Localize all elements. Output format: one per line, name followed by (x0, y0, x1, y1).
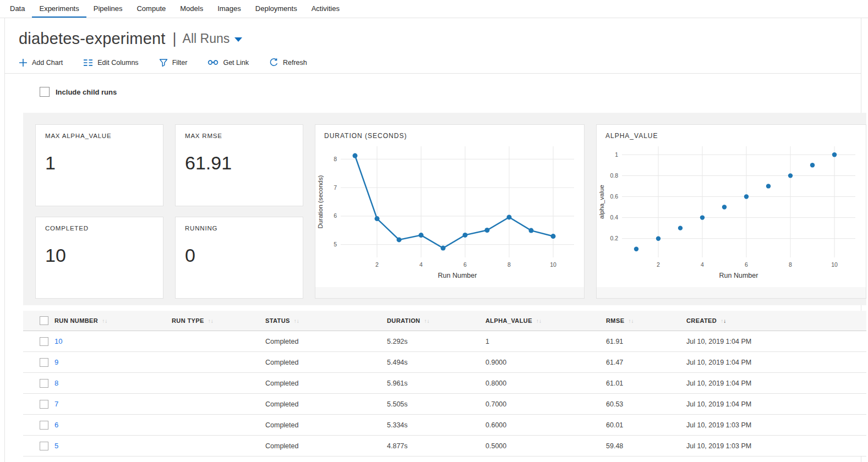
runs-table-header: RUN NUMBER↑↓RUN TYPE↑↓STATUS↑↓DURATION↑↓… (23, 311, 866, 331)
x-tick-label: 2 (657, 261, 660, 268)
data-point[interactable] (529, 228, 534, 233)
nav-item-deployments[interactable]: Deployments (248, 0, 304, 18)
nav-item-pipelines[interactable]: Pipelines (86, 0, 130, 18)
x-tick-label: 10 (550, 261, 556, 268)
cell-alpha_value: 0.9000 (485, 359, 606, 366)
sort-desc-icon: ↓ (105, 318, 107, 324)
data-point[interactable] (419, 233, 424, 238)
filter-icon (159, 58, 168, 67)
cell-created: Jul 10, 2019 1:04 PM (686, 359, 866, 366)
data-point[interactable] (656, 236, 660, 240)
data-point[interactable] (766, 184, 771, 188)
metric-value: 10 (45, 245, 154, 266)
data-point[interactable] (397, 237, 402, 242)
cell-run_number: 10 (54, 337, 172, 345)
nav-item-activities[interactable]: Activities (304, 0, 347, 18)
run-number-link[interactable]: 9 (54, 358, 58, 366)
cell-status: Completed (265, 359, 387, 366)
column-label: ALPHA_VALUE (485, 317, 532, 324)
refresh-button[interactable]: Refresh (269, 58, 307, 67)
dashboard-panel: MAX ALPHA_VALUE 1 MAX RMSE 61.91 DURATIO… (23, 113, 866, 305)
title-row: diabetes-experiment | All Runs (19, 28, 861, 50)
y-tick-label: 1 (615, 151, 618, 158)
metric-label: MAX ALPHA_VALUE (45, 133, 154, 139)
runs-table: RUN NUMBER↑↓RUN TYPE↑↓STATUS↑↓DURATION↑↓… (23, 311, 866, 457)
cell-created: Jul 10, 2019 1:03 PM (686, 421, 866, 429)
data-point[interactable] (744, 194, 749, 199)
page-container: diabetes-experiment | All Runs Add Chart… (4, 18, 861, 462)
run-number-link[interactable]: 5 (54, 442, 58, 450)
data-point[interactable] (722, 205, 727, 209)
sort-desc-icon: ↓ (427, 318, 429, 324)
nav-item-models[interactable]: Models (173, 0, 210, 18)
data-point[interactable] (832, 152, 837, 157)
run-number-link[interactable]: 8 (54, 379, 58, 387)
column-header-duration[interactable]: DURATION↑↓ (387, 317, 485, 324)
filter-button[interactable]: Filter (159, 58, 188, 67)
sort-desc-icon: ↓ (211, 318, 214, 324)
y-tick-label: 0.4 (610, 214, 618, 221)
column-header-created[interactable]: CREATED↑↓ (686, 317, 866, 324)
cell-rmse: 61.91 (606, 338, 686, 345)
edit-columns-button[interactable]: Edit Columns (83, 58, 138, 67)
x-tick-label: 4 (419, 261, 423, 268)
run-number-link[interactable]: 10 (54, 337, 62, 345)
data-point[interactable] (507, 215, 512, 219)
data-point[interactable] (353, 153, 358, 158)
column-header-run_number[interactable]: RUN NUMBER↑↓ (54, 317, 172, 324)
add-chart-button[interactable]: Add Chart (19, 58, 63, 67)
cell-alpha_value: 0.6000 (485, 421, 606, 429)
row-select-checkbox[interactable] (40, 442, 48, 450)
title-separator: | (173, 28, 177, 50)
caret-down-icon[interactable] (234, 37, 242, 42)
cell-created: Jul 10, 2019 1:04 PM (686, 338, 866, 345)
row-select-checkbox[interactable] (40, 379, 48, 388)
row-select-cell (40, 358, 54, 367)
data-point[interactable] (441, 246, 446, 251)
row-select-checkbox[interactable] (40, 400, 48, 409)
data-point[interactable] (810, 163, 815, 167)
metric-label: MAX RMSE (185, 133, 293, 139)
top-nav: DataExperimentsPipelinesComputeModelsIma… (0, 0, 868, 18)
run-number-link[interactable]: 6 (54, 421, 58, 429)
data-point[interactable] (463, 233, 468, 238)
cell-duration: 5.505s (387, 400, 485, 408)
column-header-rmse[interactable]: RMSE↑↓ (606, 317, 686, 324)
include-child-runs-checkbox[interactable] (40, 87, 50, 97)
alpha-value-chart[interactable]: 2468100.20.40.60.81Run Numberalpha_value (597, 142, 864, 282)
row-select-checkbox[interactable] (40, 421, 48, 430)
y-tick-label: 5 (334, 241, 337, 248)
column-header-status[interactable]: STATUS↑↓ (265, 317, 387, 324)
data-point[interactable] (678, 226, 683, 230)
data-point[interactable] (485, 228, 490, 233)
include-child-runs-row: Include child runs (40, 87, 861, 97)
row-select-checkbox[interactable] (40, 337, 48, 346)
column-header-run_type[interactable]: RUN TYPE↑↓ (172, 317, 265, 324)
data-point[interactable] (375, 216, 380, 221)
nav-item-images[interactable]: Images (210, 0, 248, 18)
column-label: RMSE (606, 317, 624, 324)
chart-footer (597, 287, 866, 298)
nav-item-data[interactable]: Data (3, 0, 32, 18)
run-number-link[interactable]: 7 (54, 400, 58, 408)
select-all-checkbox[interactable] (40, 316, 48, 325)
data-point[interactable] (788, 173, 793, 178)
view-selector-label[interactable]: All Runs (183, 28, 230, 50)
x-tick-label: 6 (745, 261, 748, 268)
nav-item-experiments[interactable]: Experiments (32, 0, 86, 18)
nav-item-compute[interactable]: Compute (129, 0, 173, 18)
data-point[interactable] (634, 247, 638, 251)
plus-icon (19, 58, 28, 67)
x-tick-label: 10 (831, 261, 838, 268)
get-link-button[interactable]: Get Link (208, 58, 249, 67)
data-point[interactable] (551, 234, 556, 239)
column-header-alpha_value[interactable]: ALPHA_VALUE↑↓ (485, 317, 606, 324)
cell-run_number: 6 (54, 421, 172, 429)
sort-desc-icon: ↓ (723, 318, 726, 324)
data-point[interactable] (700, 215, 705, 219)
duration-seconds-chart[interactable]: 2468105678Run NumberDuration (seconds) (315, 142, 583, 282)
row-select-checkbox[interactable] (40, 358, 48, 367)
line-series (355, 156, 553, 248)
tool-button-label: Refresh (283, 59, 307, 67)
cell-status: Completed (265, 380, 387, 387)
